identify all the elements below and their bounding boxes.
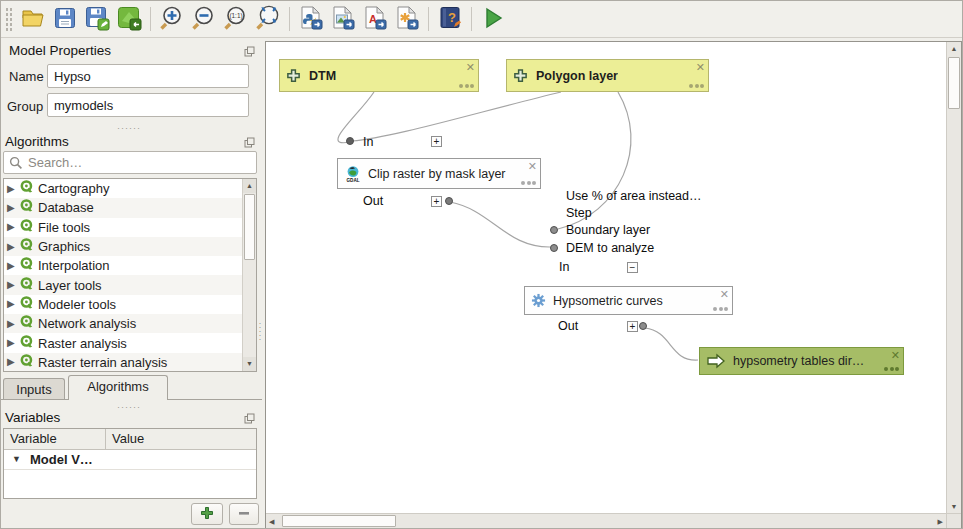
tree-item-network-analysis[interactable]: ▶Network analysis	[4, 314, 256, 333]
model-input-plus-icon	[513, 68, 528, 83]
scrollbar-thumb[interactable]	[244, 194, 255, 260]
expander-icon[interactable]: ▶	[7, 357, 20, 367]
comment-dots-icon[interactable]	[459, 84, 474, 88]
tree-item-raster-terrain-analysis[interactable]: ▶Raster terrain analysis	[4, 353, 256, 372]
delete-node-icon[interactable]: ✕	[720, 288, 729, 300]
node-algorithm-hypsometric-curves[interactable]: Hypsometric curves ✕	[524, 286, 733, 315]
expander-icon[interactable]: ▶	[7, 203, 20, 213]
comment-dots-icon[interactable]	[521, 181, 536, 185]
search-input[interactable]	[26, 153, 251, 172]
expander-icon[interactable]: ▶	[7, 261, 20, 271]
link-polygon-to-clip-in	[352, 92, 561, 141]
export-python-button[interactable]	[296, 4, 326, 34]
run-icon	[481, 6, 505, 33]
expand-outputs-box[interactable]: +	[431, 196, 442, 207]
expander-icon[interactable]: ▶	[7, 338, 20, 348]
save-model-as-button[interactable]	[82, 4, 112, 34]
edit-help-button[interactable]: ?	[435, 4, 465, 34]
socket-dem-to-analyze[interactable]	[550, 244, 558, 252]
plus-icon	[200, 506, 214, 523]
export-svg-button[interactable]	[392, 4, 422, 34]
canvas-horizontal-scrollbar: ◀ ▶	[266, 513, 946, 528]
socket-hypso-out[interactable]	[639, 322, 647, 330]
tree-item-file-tools[interactable]: ▶File tools	[4, 218, 256, 237]
svg-text:?: ?	[448, 10, 456, 25]
float-variables-button[interactable]	[244, 412, 255, 427]
expander-icon[interactable]: ▶	[7, 222, 20, 232]
toolbar-drag-handle[interactable]	[5, 7, 13, 31]
scroll-up-arrow[interactable]: ▲	[947, 45, 961, 52]
model-canvas[interactable]: DTM ✕ Polygon layer ✕ In + GDAL Clip ras…	[266, 42, 946, 513]
panel-resize-handle[interactable]: ·····	[257, 321, 263, 341]
socket-boundary-layer[interactable]	[550, 226, 558, 234]
socket-clip-out[interactable]	[445, 197, 453, 205]
remove-variable-button[interactable]	[229, 503, 259, 525]
scrollbar-thumb[interactable]	[948, 57, 960, 109]
expander-icon[interactable]: ▶	[7, 184, 20, 194]
zoom-out-button[interactable]	[189, 4, 219, 34]
tab-inputs[interactable]: Inputs	[3, 378, 65, 400]
scroll-up-arrow[interactable]: ▲	[243, 179, 256, 193]
node-algorithm-clip-raster[interactable]: GDAL Clip raster by mask layer ✕	[337, 158, 541, 189]
expander-icon[interactable]: ▶	[7, 242, 20, 252]
node-output-hypsometry-tables[interactable]: hypsometry tables dir… ✕	[699, 347, 904, 375]
column-header-value[interactable]: Value	[112, 431, 144, 446]
expander-icon[interactable]: ▶	[7, 299, 20, 309]
export-as-script-button[interactable]	[114, 4, 144, 34]
socket-clip-in[interactable]	[346, 137, 354, 145]
comment-dots-icon[interactable]	[884, 367, 899, 371]
tree-item-graphics[interactable]: ▶Graphics	[4, 237, 256, 256]
tab-algorithms[interactable]: Algorithms	[68, 375, 168, 400]
scrollbar-thumb[interactable]	[282, 515, 396, 527]
delete-node-icon[interactable]: ✕	[528, 160, 537, 172]
node-input-polygon-layer[interactable]: Polygon layer ✕	[506, 59, 709, 92]
node-input-dtm[interactable]: DTM ✕	[279, 59, 479, 92]
tree-item-raster-analysis[interactable]: ▶Raster analysis	[4, 333, 256, 352]
scroll-down-arrow[interactable]: ▼	[947, 503, 961, 510]
float-algorithms-button[interactable]	[244, 136, 255, 151]
scroll-down-arrow[interactable]: ▼	[243, 357, 256, 371]
delete-node-icon[interactable]: ✕	[466, 61, 475, 73]
qgis-provider-icon	[20, 180, 34, 197]
export-image-icon	[330, 5, 356, 34]
expander-icon[interactable]: ▶	[7, 319, 20, 329]
open-model-button[interactable]	[18, 4, 48, 34]
expand-outputs-box[interactable]: +	[627, 321, 638, 332]
tree-item-cartography[interactable]: ▶Cartography	[4, 179, 256, 198]
comment-dots-icon[interactable]	[713, 307, 728, 311]
expand-inputs-box[interactable]: +	[431, 136, 442, 147]
toolbar-separator	[150, 7, 151, 31]
variables-table: Variable Value ▼ Model V…	[3, 428, 257, 499]
model-properties-title: Model Properties	[9, 43, 111, 58]
collapse-triangle-icon[interactable]: ▼	[12, 454, 21, 464]
model-name-input[interactable]	[47, 64, 249, 88]
run-model-button[interactable]	[478, 4, 508, 34]
column-divider[interactable]	[105, 429, 106, 450]
add-variable-button[interactable]	[191, 503, 223, 525]
export-image-button[interactable]	[328, 4, 358, 34]
variables-group-row[interactable]: ▼ Model V…	[4, 450, 256, 470]
scroll-left-arrow[interactable]: ◀	[269, 518, 274, 526]
tree-item-layer-tools[interactable]: ▶Layer tools	[4, 275, 256, 294]
model-input-plus-icon	[286, 68, 301, 83]
delete-node-icon[interactable]: ✕	[891, 349, 900, 361]
float-model-properties-button[interactable]	[244, 45, 255, 60]
collapse-inputs-box[interactable]: −	[627, 262, 638, 273]
delete-node-icon[interactable]: ✕	[696, 61, 705, 73]
tree-item-database[interactable]: ▶Database	[4, 198, 256, 217]
zoom-in-button[interactable]	[157, 4, 187, 34]
export-pdf-button[interactable]: A	[360, 4, 390, 34]
save-model-button[interactable]	[50, 4, 80, 34]
link-clip-out-to-dem	[450, 202, 551, 247]
zoom-actual-button[interactable]: (1:1)	[221, 4, 251, 34]
tree-item-modeler-tools[interactable]: ▶Modeler tools	[4, 295, 256, 314]
comment-dots-icon[interactable]	[689, 84, 704, 88]
column-header-variable[interactable]: Variable	[10, 431, 57, 446]
zoom-full-button[interactable]	[253, 4, 283, 34]
tree-item-interpolation[interactable]: ▶Interpolation	[4, 256, 256, 275]
scroll-right-arrow[interactable]: ▶	[938, 518, 943, 526]
expander-icon[interactable]: ▶	[7, 280, 20, 290]
panel-splitter-handle[interactable]: ······	[117, 404, 141, 410]
panel-splitter-handle[interactable]: ······	[117, 125, 141, 131]
model-group-input[interactable]	[47, 93, 249, 117]
